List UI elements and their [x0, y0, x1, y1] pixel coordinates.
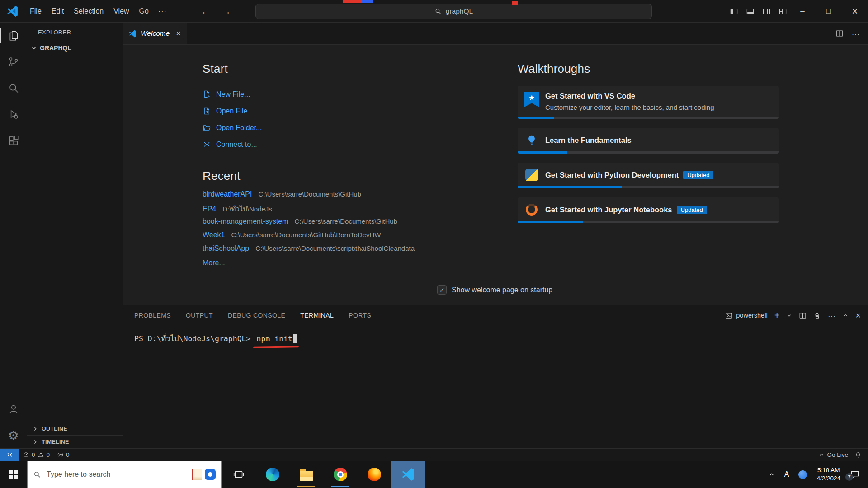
firefox-icon	[368, 468, 381, 481]
recent-name[interactable]: EP4	[203, 205, 216, 213]
recent-name[interactable]: thaiSchoolApp	[203, 244, 249, 253]
language-indicator[interactable]: A	[784, 470, 789, 479]
explorer-sidebar: EXPLORER ··· GRAPHQL OUTLINE TIMELINE	[27, 23, 123, 448]
tray-app-icon[interactable]	[798, 470, 807, 479]
menu-edit[interactable]: Edit	[47, 5, 69, 18]
accounts-icon[interactable]	[0, 396, 27, 422]
sidebar-more-icon[interactable]: ···	[109, 28, 117, 36]
remote-indicator[interactable]	[0, 449, 19, 461]
menu-more-icon[interactable]: ···	[154, 5, 171, 18]
start-button[interactable]	[0, 461, 27, 488]
connect-to-link[interactable]: Connect to...	[203, 136, 492, 153]
action-center-button[interactable]: 7	[850, 469, 860, 479]
lightbulb-icon	[524, 132, 539, 148]
shell-selector[interactable]: powershell	[725, 312, 767, 319]
task-view-button[interactable]	[222, 461, 255, 488]
warnings-count: 0	[47, 451, 50, 458]
tab-ports[interactable]: PORTS	[349, 305, 371, 325]
tab-close-icon[interactable]: ×	[176, 29, 181, 38]
toggle-secondary-sidebar-icon[interactable]	[760, 5, 773, 18]
taskbar-clock[interactable]: 5:18 AM 4/2/2024	[816, 466, 840, 483]
taskbar-file-explorer[interactable]	[289, 461, 323, 488]
walkthrough-cards: ★ Get Started with VS Code Customize you…	[518, 86, 779, 223]
close-panel-icon[interactable]: ×	[855, 310, 861, 321]
taskbar-chrome[interactable]	[323, 461, 357, 488]
maximize-panel-icon[interactable]	[843, 313, 849, 319]
tab-problems[interactable]: PROBLEMS	[134, 305, 171, 325]
recent-item[interactable]: EP4 D:\ทั่วไป\NodeJs	[203, 204, 492, 217]
new-file-link[interactable]: New File...	[203, 86, 492, 103]
tray-expand-icon[interactable]	[769, 471, 775, 478]
recent-name[interactable]: Week1	[203, 231, 225, 239]
tab-debug-console[interactable]: DEBUG CONSOLE	[228, 305, 285, 325]
search-highlight-daily-icon[interactable]	[205, 469, 216, 480]
tab-output[interactable]: OUTPUT	[186, 305, 213, 325]
run-debug-icon[interactable]	[0, 101, 27, 127]
toggle-panel-icon[interactable]	[743, 5, 757, 18]
panel-more-icon[interactable]: ···	[828, 312, 836, 319]
recent-item[interactable]: birdweatherAPI C:\Users\sarre\Documents\…	[203, 190, 492, 204]
taskbar-edge[interactable]	[255, 461, 289, 488]
menu-go[interactable]: Go	[134, 5, 154, 18]
settings-gear-icon[interactable]: ⚙	[0, 422, 27, 448]
menu-view[interactable]: View	[108, 5, 134, 18]
kill-terminal-icon[interactable]	[813, 312, 821, 319]
walkthrough-card-fundamentals[interactable]: Learn the Fundamentals	[518, 128, 779, 154]
recent-name[interactable]: birdweatherAPI	[203, 190, 252, 198]
show-welcome-checkbox[interactable]: ✓	[437, 285, 447, 295]
forward-button[interactable]: →	[222, 6, 231, 17]
walkthrough-card-vscode[interactable]: ★ Get Started with VS Code Customize you…	[518, 86, 779, 119]
titlebar: File Edit Selection View Go ··· ← → grap…	[0, 0, 868, 23]
folder-root[interactable]: GRAPHQL	[27, 42, 123, 54]
back-button[interactable]: ←	[201, 6, 211, 17]
outline-section[interactable]: OUTLINE	[27, 422, 123, 435]
sidebar-title: EXPLORER	[38, 29, 109, 36]
new-file-icon	[203, 90, 211, 99]
taskbar-search[interactable]: Type here to search	[27, 461, 222, 488]
split-editor-icon[interactable]	[835, 29, 844, 38]
taskbar-firefox[interactable]	[357, 461, 391, 488]
recent-item[interactable]: book-management-system C:\Users\sarre\Do…	[203, 217, 492, 231]
customize-layout-icon[interactable]	[776, 5, 789, 18]
split-terminal-icon[interactable]	[799, 312, 807, 319]
open-folder-link[interactable]: Open Folder...	[203, 119, 492, 136]
recent-more-link[interactable]: More...	[203, 259, 225, 267]
chevron-right-icon	[32, 439, 38, 445]
maximize-button[interactable]: □	[816, 0, 842, 23]
menu-file[interactable]: File	[25, 5, 47, 18]
toggle-sidebar-icon[interactable]	[727, 5, 741, 18]
command-center-search[interactable]: graphQL	[255, 4, 652, 19]
problems-status[interactable]: 0 0	[19, 449, 53, 461]
menu-selection[interactable]: Selection	[69, 5, 108, 18]
close-button[interactable]: ×	[842, 0, 868, 23]
open-folder-icon	[203, 123, 211, 132]
terminal-dropdown-icon[interactable]	[786, 313, 792, 319]
tab-terminal[interactable]: TERMINAL	[300, 305, 334, 325]
taskbar-vscode[interactable]	[391, 461, 425, 488]
search-sidebar-icon[interactable]	[0, 75, 27, 101]
editor-more-icon[interactable]: ···	[852, 30, 860, 38]
walkthrough-card-jupyter[interactable]: Get Started with Jupyter Notebooks Updat…	[518, 197, 779, 223]
tab-welcome[interactable]: Welcome ×	[123, 23, 187, 44]
search-highlight-journal-icon[interactable]	[192, 469, 202, 480]
recent-item[interactable]: thaiSchoolApp C:\Users\sarre\Documents\s…	[203, 244, 492, 258]
start-heading: Start	[203, 62, 492, 76]
extensions-icon[interactable]	[0, 127, 27, 154]
new-terminal-icon[interactable]: +	[774, 310, 780, 321]
walkthrough-card-python[interactable]: Get Started with Python Development Upda…	[518, 163, 779, 188]
open-file-link[interactable]: Open File...	[203, 103, 492, 119]
walkthroughs-heading: Walkthroughs	[518, 62, 779, 76]
annotation-red-mark	[343, 0, 362, 3]
minimize-button[interactable]: –	[789, 0, 816, 23]
source-control-icon[interactable]	[0, 49, 27, 75]
timeline-section[interactable]: TIMELINE	[27, 435, 123, 448]
recent-item[interactable]: Week1 C:\Users\sarre\Documents\GitHub\Bo…	[203, 231, 492, 244]
go-live-button[interactable]: Go Live	[814, 451, 852, 458]
sidebar-header: EXPLORER ···	[27, 23, 123, 42]
notifications-bell-icon[interactable]	[854, 451, 862, 459]
ports-status[interactable]: 0	[53, 449, 73, 461]
recent-name[interactable]: book-management-system	[203, 217, 288, 225]
explorer-icon[interactable]	[0, 23, 27, 49]
terminal-view[interactable]: PS D:\ทั่วไป\NodeJs\graphQL> npm init	[123, 325, 868, 344]
shell-label: powershell	[736, 312, 767, 319]
